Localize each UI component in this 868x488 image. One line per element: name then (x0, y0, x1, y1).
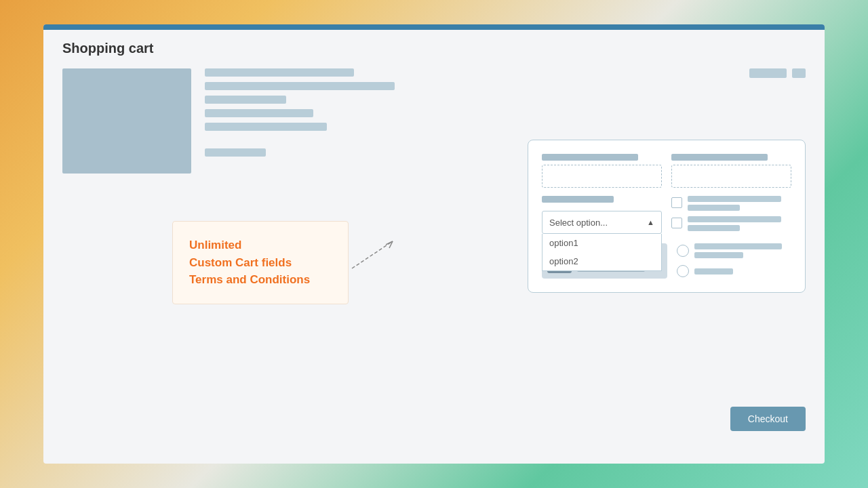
select-box[interactable]: Select option... ▲ (542, 211, 662, 234)
svg-line-0 (352, 241, 393, 268)
radios-area (677, 243, 791, 277)
product-price-bar (205, 148, 266, 157)
dropdown-label (542, 196, 614, 203)
select-option-1[interactable]: option1 (542, 234, 661, 252)
product-image (62, 68, 191, 174)
top-right-controls (749, 68, 806, 78)
feature-line2: Custom Cart fields (189, 254, 332, 272)
checkout-button[interactable]: Checkout (730, 407, 806, 431)
radio-1[interactable] (677, 245, 689, 257)
radio-2-label (694, 268, 791, 274)
dropdown-checkbox-row: Select option... ▲ option1 option2 (542, 196, 791, 234)
first-name-group (542, 154, 662, 188)
checkbox-row-2 (671, 216, 791, 231)
first-name-input[interactable] (542, 165, 662, 188)
arrow-icon (349, 235, 403, 275)
checkbox-2-label (688, 216, 791, 231)
checkbox-row-1 (671, 196, 791, 211)
qty-control (749, 68, 787, 78)
feature-callout: Unlimited Custom Cart fields Terms and C… (172, 221, 349, 304)
checkbox-1-label (688, 196, 791, 211)
checkbox-1[interactable] (671, 197, 682, 208)
first-name-label (542, 154, 638, 161)
feature-line3: Terms and Conditions (189, 271, 332, 289)
text-fields-row (542, 154, 791, 188)
top-accent-bar (43, 24, 825, 30)
checkboxes-area (671, 196, 791, 231)
select-dropdown: option1 option2 (542, 234, 662, 271)
checkboxes-group (671, 196, 791, 234)
select-container: Select option... ▲ option1 option2 (542, 211, 662, 234)
custom-fields-card: Select option... ▲ option1 option2 (528, 140, 806, 293)
feature-line1: Unlimited (189, 237, 332, 254)
main-card: Shopping cart Unlimited (43, 24, 825, 464)
last-name-group (671, 154, 791, 188)
remove-control (792, 68, 806, 78)
radio-row-1 (677, 243, 791, 258)
radios-group (677, 243, 791, 279)
product-desc-bar2 (205, 96, 286, 104)
checkbox-2[interactable] (671, 218, 682, 228)
radio-2[interactable] (677, 265, 689, 277)
product-name-bar (205, 68, 354, 77)
page-title: Shopping cart (62, 41, 806, 56)
product-desc-bar1 (205, 82, 395, 90)
last-name-label (671, 154, 768, 161)
radio-row-2 (677, 265, 791, 277)
select-placeholder: Select option... (549, 218, 608, 228)
chevron-up-icon: ▲ (647, 218, 654, 226)
product-desc-bar4 (205, 123, 327, 131)
product-desc-bar3 (205, 109, 313, 117)
last-name-input[interactable] (671, 165, 791, 188)
radio-1-label (694, 243, 791, 258)
dropdown-group: Select option... ▲ option1 option2 (542, 196, 662, 234)
select-option-2[interactable]: option2 (542, 252, 661, 270)
